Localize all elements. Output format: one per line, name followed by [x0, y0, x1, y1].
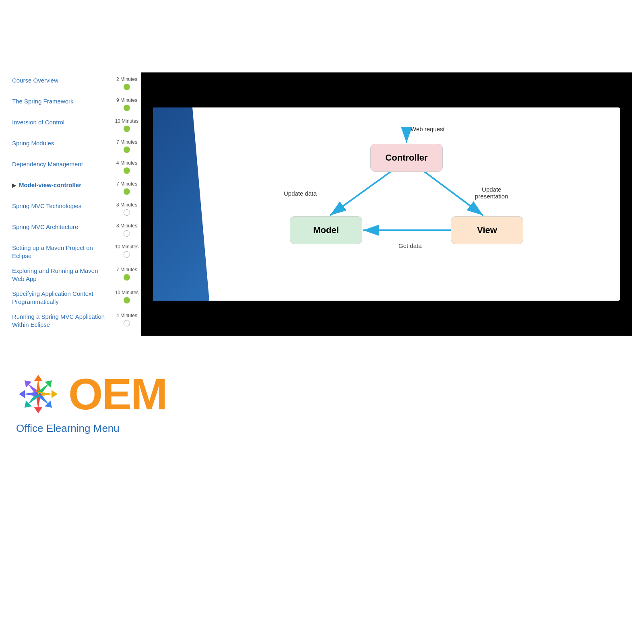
update-data-label: Update data [284, 190, 317, 197]
svg-marker-19 [23, 392, 38, 396]
progress-dot [124, 297, 130, 303]
progress-dot [124, 230, 130, 237]
progress-dot [124, 209, 130, 216]
sidebar-item-spring-mvc-technologies[interactable]: Spring MVC Technologies8 Minutes [12, 202, 141, 216]
sidebar-item-label: Exploring and Running a Maven Web App [12, 267, 113, 283]
sidebar-item-exploring-running[interactable]: Exploring and Running a Maven Web App7 M… [12, 267, 141, 283]
main-content: Course Overview2 MinutesThe Spring Frame… [0, 72, 644, 336]
progress-dot [124, 147, 130, 153]
bottom-section: OEM Office Elearning Menu [0, 336, 644, 451]
sidebar-item-spring-mvc-architecture[interactable]: Spring MVC Architecture8 Minutes [12, 223, 141, 237]
sidebar-item-minutes: 8 Minutes [116, 202, 137, 208]
sidebar-item-label: Spring MVC Architecture [12, 223, 113, 231]
web-request-label: Web request [411, 126, 445, 132]
sidebar-item-specifying-application-context[interactable]: Specifying Application Context Programma… [12, 290, 141, 305]
progress-dot [124, 188, 130, 195]
sidebar: Course Overview2 MinutesThe Spring Frame… [12, 72, 141, 336]
progress-dot [124, 167, 130, 174]
video-left-decoration [153, 107, 209, 301]
sidebar-item-label: Setting up a Maven Project on Eclipse [12, 244, 113, 260]
get-data-label: Get data [398, 242, 422, 249]
sidebar-item-minutes: 10 Minutes [115, 290, 139, 295]
sidebar-item-label: Model-view-controller [19, 181, 113, 189]
sidebar-item-label: Specifying Application Context Programma… [12, 290, 113, 305]
svg-marker-20 [19, 390, 25, 398]
sidebar-item-minutes: 7 Minutes [116, 267, 137, 272]
progress-dot [124, 251, 130, 258]
sidebar-item-minutes: 7 Minutes [116, 139, 137, 145]
video-content: Web request Controller Model View Update… [153, 107, 620, 301]
sidebar-item-label: Course Overview [12, 76, 113, 85]
logo-area: OEM Office Elearning Menu [12, 368, 167, 435]
sidebar-item-minutes: 10 Minutes [115, 118, 139, 124]
active-arrow-icon: ▶ [12, 182, 17, 188]
sidebar-item-minutes: 2 Minutes [116, 76, 137, 82]
sidebar-item-label: Inversion of Control [12, 118, 113, 126]
sidebar-item-model-view-controller[interactable]: ▶Model-view-controller7 Minutes [12, 181, 141, 195]
sidebar-item-spring-framework[interactable]: The Spring Framework9 Minutes [12, 97, 141, 111]
model-box: Model [290, 216, 362, 244]
sidebar-item-minutes: 4 Minutes [116, 160, 137, 166]
svg-marker-16 [34, 407, 42, 413]
sidebar-item-spring-modules[interactable]: Spring Modules7 Minutes [12, 139, 141, 153]
logo-text: OEM [68, 372, 167, 416]
top-bar [0, 0, 644, 72]
sidebar-item-label: Running a Spring MVC Application Within … [12, 313, 113, 328]
controller-box: Controller [370, 144, 443, 172]
sidebar-item-label: Dependency Management [12, 160, 113, 168]
sidebar-item-label: Spring Modules [12, 139, 113, 147]
sidebar-item-setting-up-maven[interactable]: Setting up a Maven Project on Eclipse10 … [12, 244, 141, 260]
sidebar-item-minutes: 8 Minutes [116, 223, 137, 229]
logo-row: OEM [12, 368, 167, 420]
sidebar-item-label: Spring MVC Technologies [12, 202, 113, 210]
sidebar-item-minutes: 7 Minutes [116, 181, 137, 187]
progress-dot [124, 84, 130, 90]
sidebar-item-minutes: 10 Minutes [115, 244, 139, 250]
svg-line-3 [425, 172, 483, 215]
svg-marker-8 [34, 375, 42, 381]
progress-dot [124, 274, 130, 281]
video-area: Web request Controller Model View Update… [141, 72, 632, 336]
sidebar-item-dependency-management[interactable]: Dependency Management4 Minutes [12, 160, 141, 174]
view-box: View [451, 216, 523, 244]
svg-marker-12 [52, 390, 58, 398]
sidebar-item-minutes: 4 Minutes [116, 313, 137, 318]
progress-dot [124, 105, 130, 111]
update-presentation-label: Updatepresentation [475, 186, 508, 200]
sidebar-item-running-spring-mvc[interactable]: Running a Spring MVC Application Within … [12, 313, 141, 328]
sidebar-item-inversion-of-control[interactable]: Inversion of Control10 Minutes [12, 118, 141, 132]
svg-line-2 [330, 172, 390, 215]
mvc-diagram: Web request Controller Model View Update… [266, 124, 547, 285]
sidebar-item-minutes: 9 Minutes [116, 97, 137, 103]
sidebar-item-label: The Spring Framework [12, 97, 113, 105]
sidebar-item-course-overview[interactable]: Course Overview2 Minutes [12, 76, 141, 90]
logo-subtitle: Office Elearning Menu [16, 422, 120, 435]
progress-dot [124, 126, 130, 132]
oem-logo-icon [12, 368, 64, 420]
progress-dot [124, 320, 130, 326]
